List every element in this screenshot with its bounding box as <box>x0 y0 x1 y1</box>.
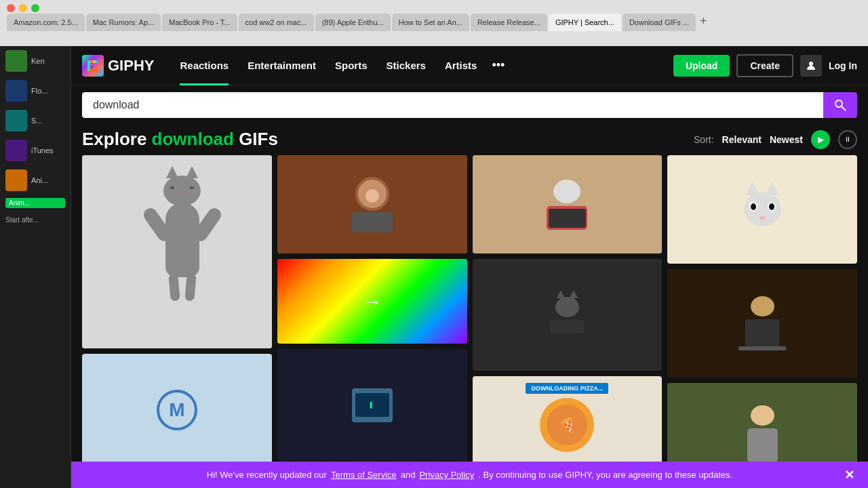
motorola-logo: M <box>157 390 197 430</box>
sidebar-item-label: Ani... <box>31 176 48 184</box>
giphy-header: GIPHY Reactions Entertainment Sports Sti… <box>71 46 868 85</box>
cookie-banner: Hi! We've recently updated our Terms of … <box>71 462 868 488</box>
svg-rect-1 <box>90 60 93 63</box>
giphy-logo-icon <box>82 55 104 77</box>
sidebar-item-label: S... <box>31 117 43 125</box>
animate-button[interactable]: Anim... <box>5 198 65 208</box>
svg-rect-4 <box>90 66 93 68</box>
gif-column-2: → ▌ <box>277 155 467 485</box>
header-actions: Upload Create Log In <box>673 54 857 77</box>
explore-heading: Explore download GIFs Sort: Relevant New… <box>71 125 868 155</box>
gif-item-motorola[interactable]: M <box>82 354 272 466</box>
browser-tab[interactable]: How to Set an An... <box>392 14 469 31</box>
pizza-download-bar: DOWNLOADING PIZZA... <box>526 383 608 394</box>
sidebar-thumb <box>5 50 27 72</box>
sidebar-item[interactable]: Ani... <box>0 165 71 195</box>
sidebar-item-label: Flo... <box>31 87 47 95</box>
sidebar-item-label: iTunes <box>31 146 54 155</box>
rainbow-background: → <box>277 259 467 344</box>
cookie-suffix: . By continuing to use GIPHY, you are ag… <box>478 470 732 480</box>
sidebar-thumb <box>5 110 27 131</box>
nav-more-btn[interactable]: ••• <box>486 58 510 73</box>
nav-entertainment[interactable]: Entertainment <box>238 46 326 85</box>
explore-title: Explore download GIFs <box>82 129 278 150</box>
browser-tab[interactable]: Release Release... <box>471 14 547 31</box>
sort-label: Sort: <box>694 134 714 145</box>
gif-item-cat-laptop[interactable] <box>473 259 663 371</box>
gif-item-cat-dance[interactable] <box>82 155 272 348</box>
sidebar-item[interactable]: S... <box>0 106 71 136</box>
nav-links: Reactions Entertainment Sports Stickers … <box>170 46 673 85</box>
sort-newest[interactable]: Newest <box>770 134 803 145</box>
search-icon <box>833 98 847 112</box>
browser-tab[interactable]: cod ww2 on mac... <box>239 14 314 31</box>
svg-rect-3 <box>96 60 98 63</box>
svg-point-6 <box>809 62 813 66</box>
sort-controls: Sort: Relevant Newest ▶ ⏸ <box>694 130 857 149</box>
explore-suffix: GIFs <box>234 129 278 149</box>
terms-of-service-link[interactable]: Terms of Service <box>331 470 397 480</box>
play-button[interactable]: ▶ <box>811 130 830 149</box>
gif-column-1: M <box>82 155 272 485</box>
gif-item-man-desk[interactable] <box>667 269 857 378</box>
giphy-logo-svg <box>86 59 100 73</box>
privacy-policy-link[interactable]: Privacy Policy <box>419 470 474 480</box>
svg-rect-2 <box>93 60 96 63</box>
user-icon <box>806 60 816 71</box>
search-container <box>71 85 868 125</box>
browser-tab[interactable]: (89) Apple Enthu... <box>315 14 391 31</box>
cookie-middle: and <box>401 470 416 480</box>
sidebar-thumb <box>5 80 27 102</box>
cookie-prefix: Hi! We've recently updated our <box>207 470 327 480</box>
gif-item-laptop-guy[interactable] <box>473 155 663 253</box>
sidebar-item[interactable]: iTunes <box>0 136 71 165</box>
upload-button[interactable]: Upload <box>673 55 730 77</box>
giphy-wordmark: GIPHY <box>108 57 154 75</box>
minimize-window-btn[interactable] <box>19 4 27 12</box>
main-content: GIPHY Reactions Entertainment Sports Sti… <box>71 46 868 488</box>
close-window-btn[interactable] <box>7 4 15 12</box>
nav-reactions[interactable]: Reactions <box>170 46 238 85</box>
maximize-window-btn[interactable] <box>31 4 39 12</box>
svg-point-7 <box>835 100 842 107</box>
nav-sports[interactable]: Sports <box>326 46 377 85</box>
cookie-close-btn[interactable]: ✕ <box>844 468 854 483</box>
sidebar-item-label: Ken <box>31 57 45 65</box>
browser-tab-active[interactable]: GIPHY | Search... <box>549 14 621 31</box>
new-tab-btn[interactable]: + <box>700 14 707 31</box>
gif-item-old-computer[interactable]: ▌ <box>277 349 467 461</box>
gif-grid: M → <box>71 155 868 485</box>
gif-column-4 <box>667 155 857 485</box>
pause-button[interactable]: ⏸ <box>838 130 857 149</box>
left-sidebar: Ken Flo... S... iTunes Ani... Anim... St… <box>0 46 71 488</box>
sidebar-item[interactable]: Ken <box>0 46 71 76</box>
sort-relevant[interactable]: Relevant <box>722 134 762 145</box>
sidebar-thumb <box>5 169 27 191</box>
browser-tab[interactable]: Amazon.com: 2.5... <box>7 14 85 31</box>
gif-item-monkey[interactable] <box>277 155 467 253</box>
gif-column-3: DOWNLOADING PIZZA... 🍕 <box>473 155 663 485</box>
browser-tab[interactable]: MacBook Pro - T... <box>162 14 237 31</box>
explore-prefix: Explore <box>82 129 152 149</box>
svg-line-8 <box>842 106 846 110</box>
nav-stickers[interactable]: Stickers <box>377 46 435 85</box>
login-button[interactable]: Log In <box>829 60 857 71</box>
gif-item-rainbow[interactable]: → <box>277 259 467 344</box>
giphy-logo[interactable]: GIPHY <box>82 55 154 77</box>
user-icon-button[interactable] <box>800 55 822 77</box>
gif-item-cartoon-cat[interactable] <box>667 155 857 264</box>
explore-keyword: download <box>152 129 234 149</box>
search-input[interactable] <box>82 92 823 118</box>
svg-rect-0 <box>87 60 90 71</box>
sidebar-thumb <box>5 140 27 161</box>
nav-artists[interactable]: Artists <box>435 46 487 85</box>
search-button[interactable] <box>823 92 857 118</box>
browser-tab[interactable]: Download GIFs ... <box>623 14 696 31</box>
browser-tab[interactable]: Mac Rumors: Ap... <box>86 14 161 31</box>
sidebar-item[interactable]: Flo... <box>0 76 71 106</box>
svg-rect-5 <box>90 68 98 71</box>
create-button[interactable]: Create <box>736 54 793 77</box>
browser-chrome: Amazon.com: 2.5... Mac Rumors: Ap... Mac… <box>0 0 868 46</box>
sidebar-start-label: Start afte... <box>0 211 71 228</box>
browser-traffic-lights <box>0 0 868 12</box>
